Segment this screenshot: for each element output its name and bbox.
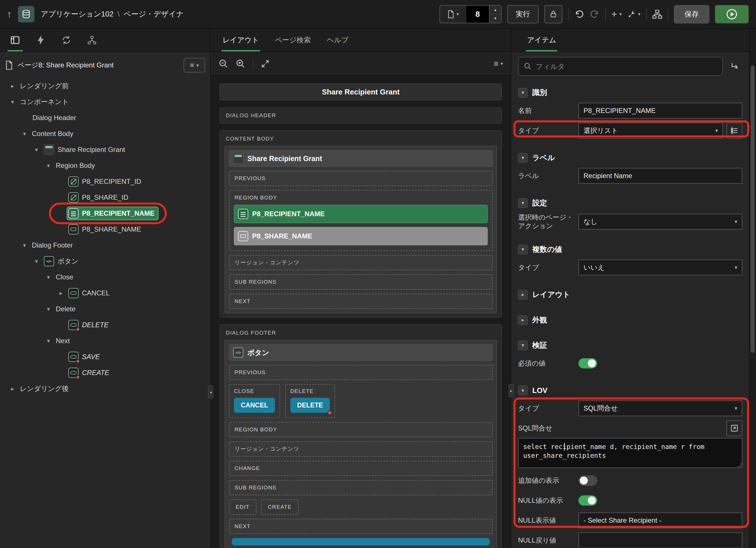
show-null-toggle[interactable] xyxy=(578,495,597,506)
section-label[interactable]: ▾ ラベル xyxy=(511,143,749,168)
dialog-footer-zone[interactable]: DIALOG FOOTER </> ボタン PREVIOUS CLOSE CAN… xyxy=(220,324,502,548)
dialog-title[interactable]: Share Recipient Grant xyxy=(220,84,502,100)
region-body-drop-zone[interactable]: REGION BODY xyxy=(229,422,493,437)
tree-item-components[interactable]: ▾ コンポーネント xyxy=(0,94,210,110)
previous-drop-zone[interactable]: PREVIOUS xyxy=(229,365,493,380)
buttons-region[interactable]: </> ボタン PREVIOUS CLOSE CANCEL DELETE DE xyxy=(225,340,497,548)
section-validation[interactable]: ▾ 検証 xyxy=(511,330,749,355)
expand-button[interactable] xyxy=(261,59,270,68)
section-multiple-values[interactable]: ▾ 複数の値 xyxy=(511,234,749,260)
tree-item-dialog-header[interactable]: Dialog Header xyxy=(0,110,210,126)
required-toggle[interactable] xyxy=(578,358,597,368)
null-display-input[interactable] xyxy=(578,512,742,528)
section-collapse-icon[interactable]: ▾ xyxy=(518,385,528,395)
save-button[interactable]: 保存 xyxy=(674,5,709,23)
next-drop-zone[interactable]: NEXT xyxy=(229,293,493,309)
tab-help[interactable]: ヘルプ xyxy=(327,28,349,52)
type-picker-button[interactable] xyxy=(726,123,742,139)
scrollbar-thumb[interactable] xyxy=(751,65,755,353)
utilities-menu-button[interactable]: ▾ xyxy=(627,10,640,19)
cancel-button[interactable]: CANCEL xyxy=(234,398,275,413)
section-expand-icon[interactable]: ▸ xyxy=(518,315,528,325)
tree-item-save-button[interactable]: SAVE xyxy=(0,349,210,365)
section-identification[interactable]: ▾ 識別 xyxy=(511,77,749,103)
tab-dynamic-actions[interactable] xyxy=(28,28,53,52)
region-body-zone[interactable]: REGION BODY P8_RECIPIENT_NAME P8_SHARE_N… xyxy=(229,190,493,251)
tree-item-p8-share-name[interactable]: P8_SHARE_NAME xyxy=(0,221,210,237)
content-body-zone[interactable]: CONTENT BODY Share Recipient Grant PREVI… xyxy=(220,130,502,317)
layout-item-p8-share-name[interactable]: P8_SHARE_NAME xyxy=(234,227,488,245)
previous-drop-zone[interactable]: PREVIOUS xyxy=(229,171,493,186)
section-collapse-icon[interactable]: ▾ xyxy=(518,153,528,163)
page-up-button[interactable]: ▲ xyxy=(490,6,501,15)
sub-regions-drop-zone[interactable]: SUB REGIONS xyxy=(229,274,493,289)
undo-button[interactable] xyxy=(574,9,584,19)
section-settings[interactable]: ▾ 設定 xyxy=(511,188,749,213)
tree-item-share-recipient-grant-region[interactable]: ▾ Share Recipient Grant xyxy=(0,142,210,158)
tree-item-content-body[interactable]: ▾ Content Body xyxy=(0,126,210,142)
tree-menu-button[interactable]: ≡▾ xyxy=(184,58,205,73)
tree-item-region-body[interactable]: ▾ Region Body xyxy=(0,158,210,174)
name-input[interactable] xyxy=(578,103,742,119)
open-code-editor-button[interactable] xyxy=(726,420,742,436)
tree-item-close-position[interactable]: ▾ Close xyxy=(0,269,210,285)
chevron-down-icon[interactable]: ▾ xyxy=(19,242,30,249)
edit-drop-zone[interactable]: EDIT xyxy=(229,499,256,515)
share-recipient-grant-region[interactable]: Share Recipient Grant PREVIOUS REGION BO… xyxy=(225,146,497,313)
up-arrow-icon[interactable]: ↑ xyxy=(7,9,12,20)
delete-button-zone[interactable]: DELETE DELETE xyxy=(285,384,335,418)
show-extra-values-toggle[interactable] xyxy=(578,475,597,486)
chevron-down-icon[interactable]: ▾ xyxy=(43,162,54,169)
tree-item-p8-recipient-name[interactable]: P8_RECIPIENT_NAME xyxy=(0,206,210,221)
tab-page-search[interactable]: ページ検索 xyxy=(275,28,311,52)
change-drop-zone[interactable]: CHANGE xyxy=(229,461,493,476)
save-and-run-button[interactable] xyxy=(715,5,749,23)
region-content-drop-zone[interactable]: リージョン・コンテンツ xyxy=(229,255,493,270)
dock-menu-button[interactable] xyxy=(728,59,742,74)
tab-layout[interactable]: レイアウト xyxy=(223,28,259,52)
next-drop-zone[interactable]: NEXT xyxy=(229,519,493,534)
chevron-right-icon[interactable]: ▸ xyxy=(55,289,67,296)
region-content-drop-zone[interactable]: リージョン・コンテンツ xyxy=(229,441,493,457)
page-picker-button[interactable]: ▾ xyxy=(440,6,466,23)
resize-handle[interactable] xyxy=(737,463,741,467)
chevron-down-icon[interactable]: ▾ xyxy=(43,305,54,312)
close-button-zone[interactable]: CLOSE CANCEL xyxy=(229,384,280,418)
redo-button[interactable] xyxy=(590,9,599,19)
shared-components-button[interactable] xyxy=(652,9,662,19)
create-menu-button[interactable]: +▾ xyxy=(611,9,622,20)
tree-item-dialog-footer[interactable]: ▾ Dialog Footer xyxy=(0,237,210,253)
chevron-down-icon[interactable]: ▾ xyxy=(31,146,42,153)
tab-processing[interactable] xyxy=(54,28,79,52)
null-return-input[interactable] xyxy=(578,532,742,548)
section-layout[interactable]: ▸ レイアウト xyxy=(511,279,749,305)
clipped-button-bar[interactable] xyxy=(232,538,490,545)
multi-value-type-select[interactable]: いいえ ▾ xyxy=(578,260,742,275)
chevron-down-icon[interactable]: ▾ xyxy=(19,130,30,137)
section-appearance[interactable]: ▸ 外観 xyxy=(511,305,749,330)
create-drop-zone[interactable]: CREATE xyxy=(261,499,299,515)
breadcrumb-app[interactable]: アプリケーション102 xyxy=(41,9,114,19)
app-builder-logo[interactable] xyxy=(18,6,34,22)
tree-item-p8-recipient-id[interactable]: P8_RECIPIENT_ID xyxy=(0,174,210,190)
lov-type-select[interactable]: SQL問合せ ▾ xyxy=(578,400,742,416)
tree-item-cancel-button[interactable]: ▸ CANCEL xyxy=(0,285,210,301)
run-page-button[interactable]: 実行 xyxy=(507,5,539,23)
delete-button[interactable]: DELETE xyxy=(290,398,330,413)
sub-regions-drop-zone[interactable]: SUB REGIONS xyxy=(229,480,493,495)
tab-page-shared-components[interactable] xyxy=(80,28,104,52)
layout-item-p8-recipient-name[interactable]: P8_RECIPIENT_NAME xyxy=(234,205,488,223)
section-expand-icon[interactable]: ▸ xyxy=(518,290,528,299)
tab-rendering[interactable] xyxy=(3,28,27,52)
zoom-out-button[interactable] xyxy=(219,59,228,69)
tree-item-post-rendering[interactable]: ▸ レンダリング後 xyxy=(0,381,210,397)
section-collapse-icon[interactable]: ▾ xyxy=(518,88,528,98)
section-collapse-icon[interactable]: ▾ xyxy=(518,245,528,255)
region-header[interactable]: Share Recipient Grant xyxy=(229,150,493,167)
lock-button[interactable] xyxy=(544,5,562,23)
dialog-header-zone[interactable]: DIALOG HEADER xyxy=(220,108,502,124)
zoom-in-button[interactable] xyxy=(236,59,245,69)
page-action-select[interactable]: なし ▾ xyxy=(578,214,742,230)
tree-item-delete-position[interactable]: ▾ Delete xyxy=(0,301,210,317)
page-down-button[interactable]: ▼ xyxy=(490,14,501,23)
